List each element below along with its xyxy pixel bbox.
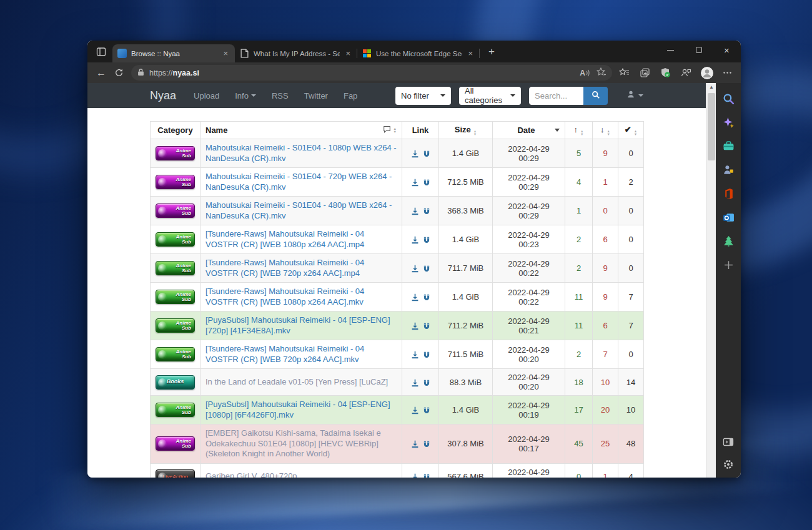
tab-close-icon[interactable]: × xyxy=(344,49,352,58)
nav-link-info[interactable]: Info xyxy=(235,91,256,101)
column-header-category[interactable]: Category xyxy=(151,122,201,139)
tab-actions-icon[interactable] xyxy=(94,44,109,59)
download-icon[interactable] xyxy=(411,265,419,273)
magnet-icon[interactable] xyxy=(423,406,430,415)
torrent-link[interactable]: Mahoutsukai Reimeiki - S01E04 - 1080p WE… xyxy=(205,143,397,163)
categories-select[interactable]: All categories xyxy=(459,87,521,105)
category-badge[interactable]: Anime Sub xyxy=(156,403,195,417)
close-button[interactable]: × xyxy=(713,41,741,59)
page-scrollbar[interactable]: ▲ xyxy=(706,83,716,478)
download-icon[interactable] xyxy=(411,473,419,478)
download-icon[interactable] xyxy=(411,440,419,448)
magnet-icon[interactable] xyxy=(423,473,430,478)
column-header-seeders[interactable]: ↑▲▼ xyxy=(565,122,593,139)
magnet-icon[interactable] xyxy=(423,379,430,387)
category-badge[interactable]: Anime Sub xyxy=(156,436,195,451)
tree-icon[interactable] xyxy=(721,234,735,248)
feedback-icon[interactable] xyxy=(678,65,695,81)
scroll-up-arrow[interactable]: ▲ xyxy=(706,84,716,90)
filter-select[interactable]: No filter xyxy=(395,87,451,105)
torrent-link[interactable]: [Tsundere-Raws] Mahoutsukai Reimeiki - 0… xyxy=(205,287,364,307)
side-panel-icon[interactable] xyxy=(721,435,735,449)
category-badge[interactable]: Anime Sub xyxy=(156,318,195,333)
magnet-icon[interactable] xyxy=(423,265,430,273)
search-input[interactable] xyxy=(529,87,583,105)
download-icon[interactable] xyxy=(411,207,419,215)
torrent-link[interactable]: Gariben Girl V. 480+720p xyxy=(205,471,297,478)
url-text[interactable]: https://nyaa.si xyxy=(149,69,575,77)
category-badge[interactable]: Anime Sub xyxy=(156,175,195,189)
torrent-link[interactable]: [EMBER] Gaikotsu Kishi-sama, Tadaima Ise… xyxy=(205,428,381,458)
tab-browse-nyaa[interactable]: Browse :: Nyaa × xyxy=(112,44,235,62)
magnet-icon[interactable] xyxy=(423,293,430,302)
download-icon[interactable] xyxy=(411,351,419,359)
download-icon[interactable] xyxy=(411,179,419,187)
column-header-date[interactable]: Date xyxy=(493,122,565,139)
tab-close-icon[interactable]: × xyxy=(221,49,230,58)
outlook-icon[interactable] xyxy=(721,210,735,224)
category-badge[interactable]: Books xyxy=(156,375,195,390)
torrent-link[interactable]: [Tsundere-Raws] Mahoutsukai Reimeiki - 0… xyxy=(205,229,364,249)
site-brand[interactable]: Nyaa xyxy=(150,89,176,102)
column-header-name[interactable]: Name ▲▼ xyxy=(201,122,402,139)
read-aloud-icon[interactable]: A xyxy=(580,69,590,77)
copilot-icon[interactable] xyxy=(721,115,735,129)
category-badge[interactable]: Anime Sub xyxy=(156,146,195,160)
add-icon[interactable] xyxy=(721,258,735,272)
magnet-icon[interactable] xyxy=(423,440,430,448)
download-icon[interactable] xyxy=(411,150,419,158)
magnet-icon[interactable] xyxy=(423,236,430,244)
magnet-icon[interactable] xyxy=(423,351,430,359)
torrent-link[interactable]: In the Land of Leadale v01-05 [Yen Press… xyxy=(205,377,388,386)
maximize-button[interactable] xyxy=(685,41,713,59)
column-header-leechers[interactable]: ↓▲▼ xyxy=(593,122,618,139)
category-badge[interactable]: Anime Sub xyxy=(156,290,195,304)
user-menu[interactable] xyxy=(626,90,643,101)
tab-close-icon[interactable]: × xyxy=(466,49,475,58)
favorites-icon[interactable] xyxy=(616,65,633,81)
nav-link-rss[interactable]: RSS xyxy=(272,91,289,101)
magnet-icon[interactable] xyxy=(423,322,430,330)
scrollbar-thumb[interactable] xyxy=(708,93,715,160)
browser-essentials-icon[interactable] xyxy=(657,65,674,81)
download-icon[interactable] xyxy=(411,236,419,244)
add-favorite-icon[interactable] xyxy=(596,67,606,79)
minimize-button[interactable] xyxy=(656,41,685,59)
search-icon[interactable] xyxy=(721,92,735,106)
magnet-icon[interactable] xyxy=(423,150,430,158)
torrent-link[interactable]: Mahoutsukai Reimeiki - S01E04 - 480p WEB… xyxy=(205,200,392,220)
collections-icon[interactable] xyxy=(636,65,653,81)
tools-icon[interactable] xyxy=(721,139,735,153)
torrent-link[interactable]: Mahoutsukai Reimeiki - S01E04 - 720p WEB… xyxy=(205,172,392,192)
download-icon[interactable] xyxy=(411,379,419,387)
category-badge[interactable]: LiveAction xyxy=(156,469,195,478)
nav-link-upload[interactable]: Upload xyxy=(194,91,219,101)
category-badge[interactable]: Anime Sub xyxy=(156,261,195,275)
nav-link-fap[interactable]: Fap xyxy=(344,91,357,101)
torrent-link[interactable]: [Tsundere-Raws] Mahoutsukai Reimeiki - 0… xyxy=(205,344,364,364)
back-icon[interactable]: ← xyxy=(92,65,110,81)
address-bar[interactable]: https://nyaa.si A xyxy=(131,65,612,81)
category-badge[interactable]: Anime Sub xyxy=(156,232,195,247)
refresh-icon[interactable] xyxy=(110,65,127,81)
magnet-icon[interactable] xyxy=(423,207,430,215)
torrent-link[interactable]: [Tsundere-Raws] Mahoutsukai Reimeiki - 0… xyxy=(205,258,364,278)
games-icon[interactable] xyxy=(721,163,735,177)
download-icon[interactable] xyxy=(411,406,419,415)
column-header-completed[interactable]: ✔▲▼ xyxy=(618,122,644,139)
new-tab-button[interactable]: + xyxy=(483,44,500,60)
settings-icon[interactable] xyxy=(721,458,735,471)
more-options-icon[interactable] xyxy=(719,65,736,81)
column-header-link[interactable]: Link xyxy=(402,122,439,139)
office-icon[interactable] xyxy=(721,187,735,200)
download-icon[interactable] xyxy=(411,322,419,330)
search-button[interactable] xyxy=(583,87,608,105)
magnet-icon[interactable] xyxy=(423,179,430,187)
category-badge[interactable]: Anime Sub xyxy=(156,204,195,218)
download-icon[interactable] xyxy=(411,293,419,302)
tab-ip-address[interactable]: What Is My IP Address - See You × xyxy=(235,44,357,62)
column-header-size[interactable]: Size▲▼ xyxy=(439,122,493,139)
torrent-link[interactable]: [PuyaSubsl] Mahoutsukai Reimeiki - 04 [E… xyxy=(205,400,390,420)
profile-avatar-icon[interactable] xyxy=(698,65,715,81)
nav-link-twitter[interactable]: Twitter xyxy=(304,91,328,101)
